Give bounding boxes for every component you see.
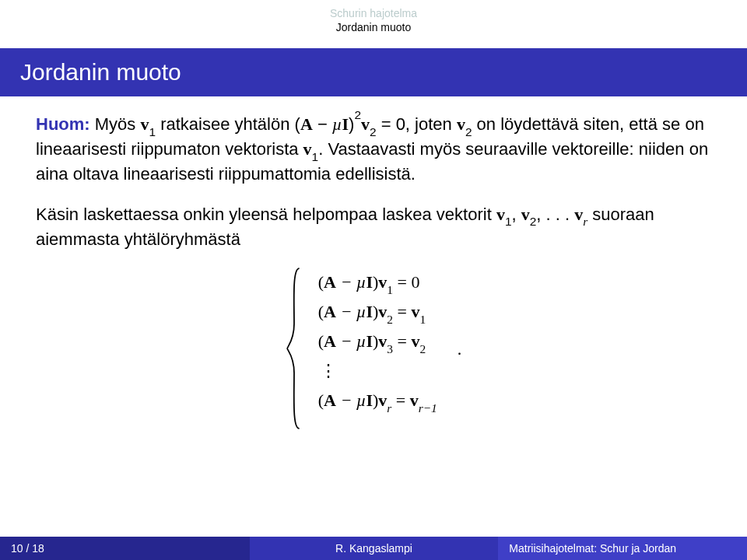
p1-t1: Myös [90, 114, 141, 134]
p1-t2: ratkaisee yhtälön ( [156, 114, 300, 134]
e4-I: I [366, 390, 373, 410]
e4-rv: v [410, 390, 419, 410]
nav-section-current: Jordanin muoto [0, 20, 747, 34]
comma1: , [511, 205, 521, 224]
frame-title-text: Jordanin muoto [20, 59, 181, 85]
eq-3: (A − µI)v3 = v2 [318, 329, 437, 354]
e4-eq: = [391, 390, 409, 410]
section-nav: Schurin hajotelma Jordanin muoto [0, 6, 747, 34]
footer-author: R. Kangaslampi [250, 537, 499, 560]
e4-A: A [324, 390, 336, 410]
e3-I: I [366, 331, 373, 351]
footer-title: Matriisihajotelmat: Schur ja Jordan [498, 537, 747, 560]
frame-title: Jordanin muoto [0, 48, 747, 96]
e4-v: v [378, 390, 387, 410]
nav-section-dim: Schurin hajotelma [0, 6, 747, 20]
e2-A: A [324, 302, 336, 321]
equation-group: (A − µI)v1 = 0 (A − µI)v2 = v1 (A − µI)v… [286, 267, 462, 430]
e1-A: A [324, 272, 336, 292]
dots: , . . . [536, 205, 574, 224]
e3-s: 3 [387, 342, 393, 355]
mu1: µ [332, 114, 342, 134]
e2-rv: v [411, 302, 419, 321]
paragraph-2: Käsin laskettaessa onkin yleensä helpomp… [36, 202, 711, 252]
vec-v1: v [140, 114, 149, 134]
minus1: − [313, 114, 332, 134]
eq-vdots: ⋮ [318, 359, 437, 383]
vec-v1b: v [303, 139, 312, 159]
e2-s: 2 [387, 313, 393, 326]
e3-rv: v [411, 331, 419, 351]
eq0: = 0, joten [377, 114, 457, 134]
equations-list: (A − µI)v1 = 0 (A − µI)v2 = v1 (A − µI)v… [318, 267, 437, 430]
sup2: 2 [354, 108, 361, 121]
left-brace-icon [286, 267, 303, 430]
e1-lp: ( [318, 272, 324, 292]
lead-label: Huom: [36, 114, 90, 134]
e2-v: v [378, 302, 387, 321]
vec-v2: v [361, 114, 370, 134]
e1-I: I [366, 272, 373, 292]
p2-sr: r [583, 215, 587, 228]
sub1: 1 [149, 125, 156, 138]
eq-period: . [453, 267, 462, 430]
e2-eq: = [393, 302, 411, 321]
e3-rs: 2 [419, 342, 426, 355]
mat-I: I [342, 114, 349, 134]
footer-title-text: Matriisihajotelmat: Schur ja Jordan [509, 542, 676, 555]
e3-mu: − µ [336, 331, 366, 351]
p2-s2: 2 [530, 215, 537, 228]
footer: 10 / 18 R. Kangaslampi Matriisihajotelma… [0, 537, 747, 560]
mat-A: A [300, 114, 313, 134]
e4-rs: r−1 [419, 401, 437, 415]
slide: Schurin hajotelma Jordanin muoto Jordani… [0, 0, 747, 560]
footer-page: 10 / 18 [0, 537, 250, 560]
e2-lp: ( [318, 302, 324, 321]
e1-mu: − µ [336, 272, 366, 292]
e2-rs: 1 [419, 313, 426, 326]
p2-vr: v [574, 205, 583, 224]
p2-t1: Käsin laskettaessa onkin yleensä helpomp… [36, 205, 496, 224]
e1-v: v [378, 272, 387, 292]
e1-s: 1 [387, 283, 393, 296]
p2-v2: v [521, 205, 530, 224]
footer-page-text: 10 / 18 [11, 542, 44, 555]
eq-2: (A − µI)v2 = v1 [318, 299, 437, 324]
sub2: 2 [370, 125, 377, 138]
p2-v1: v [496, 205, 505, 224]
paragraph-1: Huom: Myös v1 ratkaisee yhtälön (A − µI)… [36, 112, 711, 187]
e4-lp: ( [318, 390, 324, 410]
sub1b: 1 [312, 150, 319, 163]
equation-system: (A − µI)v1 = 0 (A − µI)v2 = v1 (A − µI)v… [36, 267, 711, 430]
e4-s: r [387, 401, 391, 415]
vec-v2b: v [457, 114, 465, 134]
p2-s1: 1 [505, 215, 512, 228]
e1-eq: = 0 [393, 272, 419, 292]
e3-A: A [324, 331, 336, 351]
eq-1: (A − µI)v1 = 0 [318, 270, 437, 295]
eq-r: (A − µI)vr = vr−1 [318, 388, 437, 413]
e4-mu: − µ [336, 390, 366, 410]
e2-I: I [366, 302, 373, 321]
e3-lp: ( [318, 331, 324, 351]
e3-v: v [378, 331, 387, 351]
footer-author-text: R. Kangaslampi [335, 542, 412, 555]
e2-mu: − µ [336, 302, 366, 321]
e3-eq: = [393, 331, 411, 351]
sub2b: 2 [465, 125, 472, 138]
body: Huom: Myös v1 ratkaisee yhtälön (A − µI)… [36, 112, 711, 430]
